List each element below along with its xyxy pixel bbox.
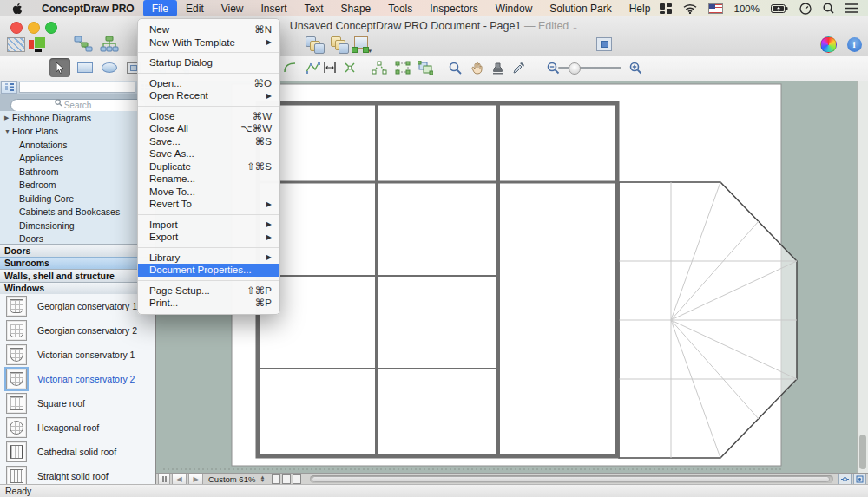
group-shapes-button[interactable]	[415, 58, 436, 77]
apple-menu-icon[interactable]	[0, 3, 33, 15]
library-item-straight-solid-roof[interactable]: Straight solid roof	[0, 464, 155, 484]
select-tool-button[interactable]	[49, 58, 70, 77]
menubar-item-tools[interactable]: Tools	[379, 0, 421, 16]
page-tabs-button[interactable]	[158, 474, 170, 485]
tree-item-bedroom[interactable]: Bedroom	[0, 179, 155, 193]
edit-vertices-button[interactable]	[369, 58, 390, 77]
zoom-level-dropdown[interactable]: Custom 61% ▲▼	[208, 474, 265, 484]
library-item-victorian-conservatory-1[interactable]: Victorian conservatory 1	[0, 343, 155, 367]
rectangle-tool-button[interactable]	[75, 58, 95, 77]
menu-item-close-all[interactable]: Close All⌥⌘W	[138, 122, 279, 135]
window-layout-icon[interactable]	[660, 3, 672, 14]
horizontal-scrollbar[interactable]	[310, 475, 833, 483]
menu-item-document-properties[interactable]: Document Properties...	[138, 264, 279, 277]
previous-page-button[interactable]: ◀	[172, 474, 187, 485]
eyedropper-tool-button[interactable]	[508, 58, 529, 77]
tree-item-annotations[interactable]: Annotations	[0, 138, 155, 152]
horizontal-scrollbar-thumb[interactable]	[312, 476, 830, 482]
zoom-tool-button[interactable]	[444, 58, 465, 77]
tree-item-bathroom[interactable]: Bathroom	[0, 165, 155, 179]
actual-size-button[interactable]	[853, 474, 866, 485]
section-walls-shell-structure[interactable]: Walls, shell and structure	[0, 269, 155, 282]
menu-item-page-setup[interactable]: Page Setup...⇧⌘P	[138, 284, 279, 298]
library-item-georgian-conservatory-2[interactable]: Georgian conservatory 2	[0, 318, 155, 343]
search-input[interactable]	[10, 99, 146, 112]
menubar-item-view[interactable]: View	[213, 0, 253, 16]
conceptdraw-logo-icon[interactable]	[26, 35, 47, 54]
menu-item-new-with-template[interactable]: New With Template▶	[138, 36, 279, 49]
battery-icon[interactable]	[771, 4, 788, 13]
tree-item-dimensioning[interactable]: Dimensioning	[0, 219, 155, 232]
libraries-panel-icon[interactable]	[5, 35, 26, 54]
split-tool-button[interactable]	[339, 58, 360, 77]
menubar-item-file[interactable]: File	[143, 0, 177, 16]
menu-item-revert-to[interactable]: Revert To▶	[138, 198, 279, 211]
zoom-in-button[interactable]	[625, 58, 646, 77]
send-backward-icon[interactable]	[304, 35, 325, 54]
menu-item-print[interactable]: Print...⌘P	[138, 297, 279, 310]
vertical-scrollbar-thumb[interactable]	[859, 435, 866, 469]
flowchart-tool-icon[interactable]	[73, 35, 94, 54]
tree-item-doors[interactable]: Doors	[0, 232, 155, 245]
library-item-georgian-conservatory-1[interactable]: Georgian conservatory 1	[0, 294, 155, 318]
bring-forward-icon[interactable]	[329, 35, 350, 54]
notification-center-icon[interactable]	[845, 3, 858, 13]
pan-tool-button[interactable]	[467, 58, 488, 77]
menu-item-import[interactable]: Import▶	[138, 219, 279, 232]
menu-item-move-to[interactable]: Move To...	[138, 186, 279, 199]
menu-item-rename[interactable]: Rename...	[138, 173, 279, 186]
library-item-square-roof[interactable]: Square roof	[0, 391, 155, 415]
tree-item-building-core[interactable]: Building Core	[0, 192, 155, 206]
tree-view-toggle-button[interactable]	[1, 81, 17, 94]
fit-page-button[interactable]	[838, 474, 852, 485]
section-sunrooms[interactable]: Sunrooms	[0, 257, 155, 270]
info-button[interactable]: i	[844, 35, 865, 54]
spotlight-icon[interactable]	[823, 3, 834, 14]
menubar-item-insert[interactable]: Insert	[253, 0, 296, 16]
menu-item-save-as[interactable]: Save As...	[138, 147, 279, 160]
menubar-item-edit[interactable]: Edit	[177, 0, 213, 16]
menubar-item-solution-park[interactable]: Solution Park	[541, 0, 620, 16]
arc-tool-button[interactable]	[279, 58, 300, 77]
menu-item-library[interactable]: Library▶	[138, 252, 279, 265]
tree-item-fishbone-diagrams[interactable]: ▶Fishbone Diagrams	[0, 111, 155, 125]
tree-item-floor-plans[interactable]: ▼Floor Plans	[0, 125, 155, 139]
color-wheel-icon[interactable]	[818, 35, 838, 54]
inspector-panel-icon[interactable]	[594, 35, 615, 54]
tree-item-cabinets-and-bookcases[interactable]: Cabinets and Bookcases	[0, 206, 155, 219]
menu-item-startup-dialog[interactable]: Startup Dialog	[138, 56, 279, 69]
vertical-scrollbar[interactable]	[857, 81, 868, 473]
clock-widget-icon[interactable]	[799, 3, 812, 15]
resize-shape-icon[interactable]: ▾	[351, 35, 372, 54]
stepper-icon[interactable]: ▲▼	[260, 475, 265, 482]
library-item-hexagonal-roof[interactable]: Hexagonal roof	[0, 415, 155, 440]
ellipse-tool-button[interactable]	[99, 58, 120, 77]
zoom-slider-thumb[interactable]	[569, 62, 581, 75]
menu-item-new[interactable]: New⌘N	[138, 23, 279, 36]
select-group-button[interactable]	[392, 58, 413, 77]
section-doors[interactable]: Doors	[0, 244, 155, 257]
zoom-slider[interactable]	[558, 67, 621, 69]
menu-item-close[interactable]: Close⌘W	[138, 110, 279, 123]
menubar-item-window[interactable]: Window	[487, 0, 542, 16]
library-item-cathedral-solid-roof[interactable]: Cathedral solid roof	[0, 440, 155, 464]
menu-item-duplicate[interactable]: Duplicate⇧⌘S	[138, 160, 279, 173]
stamp-tool-button[interactable]	[487, 58, 508, 77]
menu-item-open[interactable]: Open...⌘O	[138, 77, 279, 90]
wifi-icon[interactable]	[683, 3, 697, 14]
menubar-item-help[interactable]: Help	[621, 0, 660, 16]
next-page-button[interactable]: ▶	[188, 474, 203, 485]
sidebar-header-field[interactable]	[19, 82, 135, 93]
menu-item-export[interactable]: Export▶	[138, 231, 279, 244]
menu-item-save[interactable]: Save...⌘S	[138, 135, 279, 148]
orgchart-tool-icon[interactable]	[99, 35, 120, 54]
input-source-flag-icon[interactable]	[708, 3, 723, 14]
menu-item-open-recent[interactable]: Open Recent▶	[138, 89, 279, 102]
view-mode-buttons[interactable]	[272, 474, 301, 484]
menubar-item-inspectors[interactable]: Inspectors	[421, 0, 486, 16]
tree-item-appliances[interactable]: Appliances	[0, 152, 155, 166]
menubar-item-shape[interactable]: Shape	[332, 0, 380, 16]
menubar-item-text[interactable]: Text	[296, 0, 332, 16]
library-item-victorian-conservatory-2[interactable]: Victorian conservatory 2	[0, 367, 155, 391]
section-windows[interactable]: Windows	[0, 282, 155, 295]
